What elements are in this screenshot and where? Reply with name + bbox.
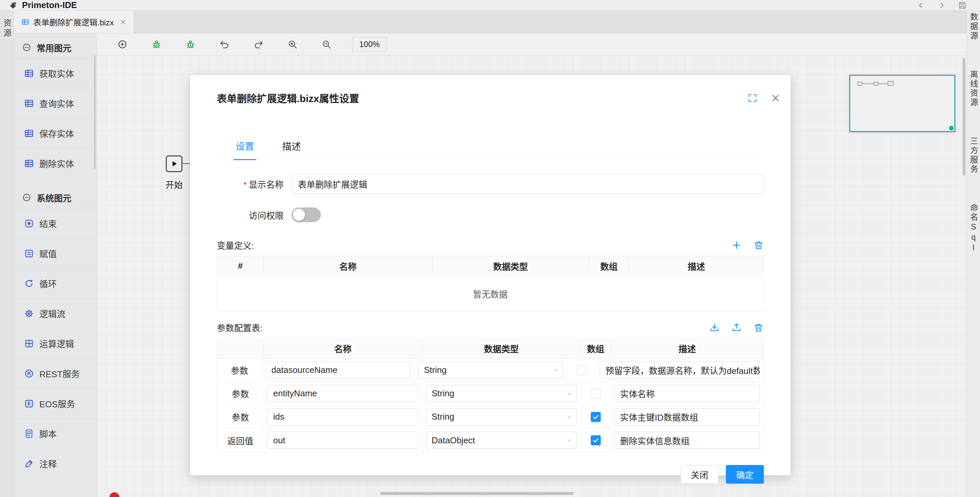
param-desc-input[interactable]: 删除实体信息数组: [614, 432, 760, 449]
col-name: 名称: [264, 339, 422, 358]
display-name-row: *显示名称 表单删除扩展逻辑: [217, 174, 764, 193]
param-type-value: String: [424, 365, 447, 375]
variables-table: # 名称 数据类型 数组 描述 暂无数据: [217, 256, 764, 311]
col-array: 数组: [589, 256, 629, 276]
param-array-checkbox[interactable]: [591, 389, 601, 398]
variables-actions: [731, 240, 764, 250]
check-icon: [592, 436, 600, 444]
col-type: 数据类型: [422, 339, 581, 358]
params-section-header: 参数配置表:: [217, 321, 764, 334]
ok-button[interactable]: 确定: [726, 465, 764, 484]
param-type-value: DataObject: [432, 435, 475, 446]
param-type-select[interactable]: String: [418, 362, 563, 379]
import-params-icon[interactable]: [709, 322, 720, 333]
access-toggle[interactable]: [291, 207, 321, 222]
delete-param-icon[interactable]: [753, 322, 764, 333]
close-button[interactable]: 关闭: [681, 465, 719, 484]
display-name-label-text: 显示名称: [249, 180, 283, 190]
param-name-input[interactable]: entityName: [267, 385, 418, 402]
variables-table-header: # 名称 数据类型 数组 描述: [217, 256, 764, 276]
params-table-header: 名称 数据类型 数组 描述: [217, 339, 764, 358]
access-row: 访问权限: [217, 207, 764, 222]
display-name-label: *显示名称: [217, 178, 283, 190]
modal-close-icon[interactable]: [770, 93, 781, 103]
properties-modal: 表单删除扩展逻辑.bizx属性设置 设置 描述 *显示名称 表单删除扩展逻辑 访…: [190, 75, 791, 475]
col-desc: 描述: [629, 256, 764, 276]
modal-header-actions: [748, 93, 781, 103]
params-actions: [709, 322, 764, 333]
param-desc-input[interactable]: 预留字段，数据源名称，默认为default数: [600, 362, 760, 379]
param-type-value: String: [432, 388, 454, 398]
params-section-title: 参数配置表:: [217, 321, 262, 334]
col-index: #: [217, 256, 264, 276]
display-name-input[interactable]: 表单删除扩展逻辑: [291, 174, 764, 193]
param-type-select[interactable]: String: [426, 408, 577, 425]
chevron-down-icon: [552, 366, 559, 374]
required-mark: *: [243, 180, 247, 190]
col-desc: 描述: [611, 339, 764, 358]
col-type: 数据类型: [432, 256, 589, 276]
param-name-input[interactable]: out: [267, 432, 418, 449]
param-row: 参数 datasourceName String 预留字段，数据源名称，默认为d…: [217, 358, 764, 382]
toggle-knob: [293, 209, 305, 221]
chevron-down-icon: [566, 436, 573, 444]
param-type-select[interactable]: String: [426, 385, 577, 402]
param-kind: 参数: [217, 358, 262, 382]
access-label: 访问权限: [217, 209, 283, 221]
param-row: 参数 entityName String 实体名称: [217, 382, 764, 405]
col-kind: [217, 339, 264, 358]
param-row: 返回值 out DataObject 删除实体信息数组: [217, 429, 764, 452]
chevron-down-icon: [566, 413, 573, 421]
col-array: 数组: [581, 339, 611, 358]
chevron-down-icon: [566, 390, 573, 397]
param-kind: 参数: [217, 382, 264, 405]
param-array-checkbox[interactable]: [591, 412, 601, 422]
export-params-icon[interactable]: [731, 322, 742, 333]
tab-description[interactable]: 描述: [280, 139, 303, 160]
param-type-select[interactable]: DataObject: [426, 432, 577, 449]
params-table: 名称 数据类型 数组 描述 参数 datasourceName String 预…: [217, 338, 764, 452]
fullscreen-icon[interactable]: [748, 93, 757, 103]
delete-variable-icon[interactable]: [753, 240, 764, 250]
variables-section-title: 变量定义:: [217, 239, 254, 251]
check-icon: [592, 413, 600, 421]
tab-settings[interactable]: 设置: [234, 139, 256, 160]
variables-section-header: 变量定义:: [217, 239, 764, 251]
param-type-value: String: [432, 412, 454, 422]
modal-title: 表单删除扩展逻辑.bizx属性设置: [217, 91, 359, 105]
param-desc-input[interactable]: 实体主键ID数据数组: [614, 408, 760, 425]
param-row: 参数 ids String 实体主键ID数据数组: [217, 405, 764, 429]
col-name: 名称: [264, 256, 432, 276]
param-name-input[interactable]: ids: [267, 408, 418, 425]
modal-footer: 关闭 确定: [217, 465, 764, 484]
param-array-checkbox[interactable]: [576, 365, 586, 375]
param-kind: 返回值: [217, 429, 264, 452]
param-desc-input[interactable]: 实体名称: [614, 385, 760, 402]
modal-tabs: 设置 描述: [217, 139, 764, 160]
param-kind: 参数: [217, 405, 264, 428]
variables-empty-text: 暂无数据: [217, 276, 764, 311]
modal-header: 表单删除扩展逻辑.bizx属性设置: [217, 75, 764, 105]
param-array-checkbox[interactable]: [591, 435, 601, 445]
add-variable-icon[interactable]: [731, 240, 742, 250]
param-name-input[interactable]: datasourceName: [266, 362, 410, 379]
